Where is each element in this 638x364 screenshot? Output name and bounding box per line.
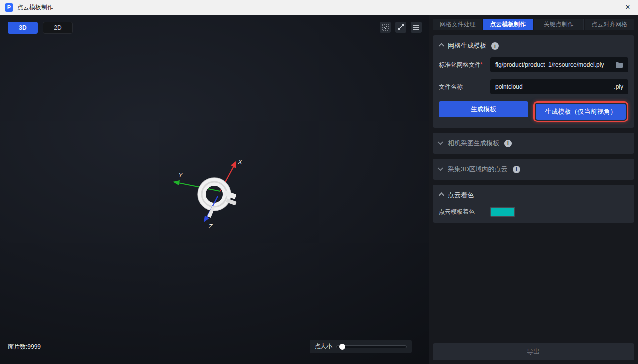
section-camera-capture-template: 相机采图生成模板 i [433, 133, 634, 154]
close-icon[interactable]: × [620, 0, 635, 14]
tab-mesh-file-processing[interactable]: 网格文件处理 [433, 19, 482, 30]
mesh-file-input[interactable]: fig/product/product_1/resource/model.ply [490, 57, 628, 72]
right-panel: 网格文件处理 点云模板制作 关键点制作 点云对齐网格 网格生成模板 i 标准化网… [429, 15, 638, 364]
view-2d-button[interactable]: 2D [43, 22, 73, 34]
section-mesh-header[interactable]: 网格生成模板 i [439, 41, 628, 50]
point-size-control: 点大小 [310, 340, 412, 353]
view-mode-toggle: 3D 2D [8, 22, 73, 34]
chevron-down-icon[interactable] [438, 165, 443, 171]
color-swatch[interactable] [490, 207, 515, 217]
axis-y-label: Y [178, 172, 183, 179]
mesh-file-row: 标准化网格文件* fig/product/product_1/resource/… [439, 57, 628, 72]
chevron-up-icon[interactable] [439, 192, 444, 198]
view-3d-button[interactable]: 3D [8, 22, 38, 34]
tab-pointcloud-template[interactable]: 点云模板制作 [483, 19, 533, 30]
file-name-input[interactable]: pointcloud .ply [490, 79, 628, 94]
file-extension-suffix: .ply [614, 83, 623, 90]
measure-link-icon[interactable] [395, 22, 406, 33]
generate-template-button[interactable]: 生成模板 [439, 101, 528, 117]
section-title: 点云着色 [448, 191, 474, 200]
chevron-up-icon[interactable] [439, 43, 444, 48]
viewport-3d[interactable]: 3D 2D [0, 15, 429, 364]
file-name-value: pointcloud [495, 83, 610, 90]
point-size-slider[interactable] [336, 345, 407, 348]
main-content: 3D 2D [0, 15, 638, 364]
point-size-label: 点大小 [315, 342, 332, 351]
tab-pointcloud-align-mesh[interactable]: 点云对齐网格 [585, 19, 635, 30]
file-name-label: 文件名称 [439, 83, 490, 91]
panel-tabs: 网格文件处理 点云模板制作 关键点制作 点云对齐网格 [433, 19, 634, 30]
info-icon[interactable]: i [513, 166, 520, 173]
app-logo-icon: P [5, 3, 13, 12]
section-collect-3d-region: 采集3D区域内的点云 i [433, 159, 634, 180]
generate-buttons-row: 生成模板 生成模板（仅当前视角） [439, 101, 628, 122]
face-count-label: 面片数:9999 [8, 343, 41, 351]
info-icon[interactable]: i [491, 42, 499, 50]
info-icon[interactable]: i [504, 140, 512, 147]
chevron-down-icon[interactable] [438, 139, 443, 145]
section-region-header[interactable]: 采集3D区域内的点云 i [439, 165, 628, 174]
coloring-label: 点云模板着色 [439, 208, 490, 216]
section-title: 采集3D区域内的点云 [448, 165, 508, 174]
model-and-axes: Y X Z [164, 152, 269, 240]
generate-template-current-view-button[interactable]: 生成模板（仅当前视角） [536, 104, 626, 120]
file-name-row: 文件名称 pointcloud .ply [439, 79, 628, 94]
app-window: P 点云模板制作 × 3D 2D [0, 0, 638, 364]
folder-icon[interactable] [615, 62, 623, 68]
viewport-toolbar [380, 22, 422, 33]
model-mesh [198, 178, 237, 211]
section-mesh-generate-template: 网格生成模板 i 标准化网格文件* fig/product/product_1/… [433, 35, 634, 128]
export-button[interactable]: 导出 [433, 343, 634, 360]
required-mark: * [480, 61, 483, 68]
axis-z-label: Z [208, 223, 213, 230]
section-title: 网格生成模板 [448, 41, 486, 50]
section-pointcloud-coloring: 点云着色 点云模板着色 [433, 185, 634, 223]
window-title: 点云模板制作 [17, 3, 53, 12]
section-title: 相机采图生成模板 [448, 139, 499, 148]
red-highlight-annotation: 生成模板（仅当前视角） [533, 101, 628, 122]
slider-thumb[interactable] [339, 344, 345, 350]
section-coloring-header[interactable]: 点云着色 [439, 191, 628, 200]
pointcloud-select-icon[interactable] [380, 22, 391, 33]
axis-x-label: X [238, 159, 243, 165]
mesh-file-label: 标准化网格文件* [439, 61, 490, 69]
tab-keypoint-making[interactable]: 关键点制作 [534, 19, 584, 30]
section-camera-header[interactable]: 相机采图生成模板 i [439, 139, 628, 148]
titlebar: P 点云模板制作 × [0, 0, 638, 15]
mesh-file-path: fig/product/product_1/resource/model.ply [495, 61, 611, 68]
menu-icon[interactable] [411, 22, 422, 33]
coloring-row: 点云模板着色 [439, 207, 628, 217]
